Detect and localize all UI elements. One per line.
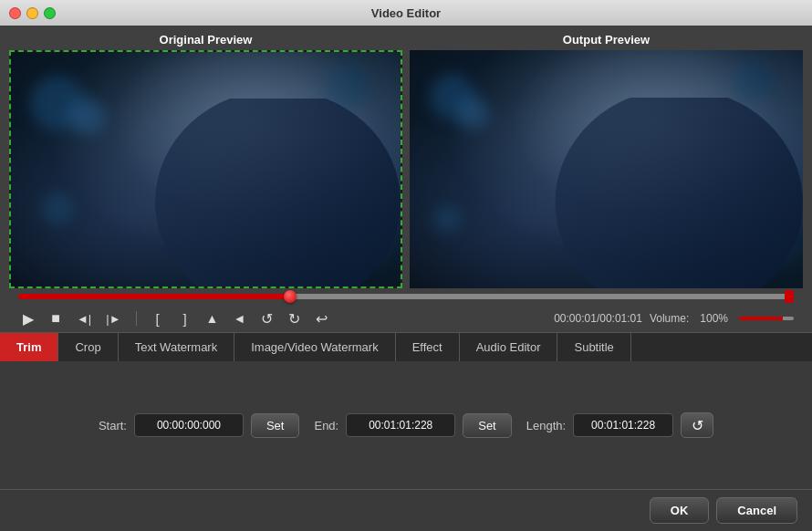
reset-button[interactable]: ↺ [681,412,713,438]
split-button[interactable]: ▲ [203,308,223,328]
main-content: Original Preview Output Preview [0,26,812,332]
start-label: Start: [99,419,127,432]
prev-frame-button[interactable]: ◄| [73,308,95,328]
minimize-button[interactable] [26,7,38,19]
tab-subtitle[interactable]: Subtitle [557,333,630,361]
tab-crop[interactable]: Crop [58,333,118,361]
rotate-left-button[interactable]: ↺ [257,308,277,328]
output-preview-panel: Output Preview [410,33,803,288]
title-bar: Video Editor [0,0,812,26]
close-button[interactable] [9,7,21,19]
tab-trim[interactable]: Trim [0,333,58,361]
ok-button[interactable]: OK [650,497,710,524]
length-group: Length: ↺ [526,412,713,438]
tab-effect[interactable]: Effect [396,333,460,361]
start-group: Start: Set [99,413,300,438]
tab-bar: Trim Crop Text Watermark Image/Video Wat… [0,332,812,361]
window-title: Video Editor [371,6,441,20]
bottom-panel: Start: Set End: Set Length: ↺ [0,361,812,489]
footer: OK Cancel [0,489,812,531]
original-preview-label: Original Preview [160,33,253,47]
controls-bar: ▶ ■ ◄| |► [ ] ▲ ◄ ↺ ↻ ↩ 00:00:01/00:01:0… [9,305,803,332]
undo-button[interactable]: ↩ [312,308,332,328]
tab-audio-editor[interactable]: Audio Editor [460,333,558,361]
output-preview-label: Output Preview [563,33,650,47]
length-label: Length: [526,419,566,432]
stop-button[interactable]: ■ [46,308,66,328]
seekbar-container [9,288,803,305]
original-preview-panel: Original Preview [9,33,402,288]
length-input [573,413,673,437]
volume-label: Volume: [650,312,689,325]
mark-start-button[interactable]: [ [148,308,168,328]
start-input[interactable] [134,413,244,437]
rotate-right-button[interactable]: ↻ [285,308,305,328]
seekbar[interactable] [18,294,794,299]
maximize-button[interactable] [44,7,56,19]
preview-area: Original Preview Output Preview [9,33,803,288]
mark-end-button[interactable]: ] [175,308,195,328]
tab-text-watermark[interactable]: Text Watermark [119,333,235,361]
trim-controls: Start: Set End: Set Length: ↺ [99,412,713,438]
seekbar-thumb[interactable] [284,290,297,303]
back-button[interactable]: ◄ [230,308,250,328]
cancel-button[interactable]: Cancel [716,497,797,524]
play-button[interactable]: ▶ [18,308,38,328]
end-input[interactable] [346,413,455,437]
original-preview-video[interactable] [9,50,402,288]
end-label: End: [314,419,338,432]
time-display: 00:00:01/00:01:01 [554,312,642,325]
volume-value: 100% [700,312,728,325]
seekbar-end-marker [785,290,794,303]
window-controls [9,7,56,19]
separator-1 [136,311,137,326]
start-set-button[interactable]: Set [251,413,300,438]
end-group: End: Set [314,413,511,438]
output-preview-video[interactable] [410,50,803,288]
end-set-button[interactable]: Set [463,413,512,438]
volume-slider[interactable] [739,317,794,320]
next-frame-button[interactable]: |► [102,308,124,328]
tab-image-video-watermark[interactable]: Image/Video Watermark [234,333,395,361]
